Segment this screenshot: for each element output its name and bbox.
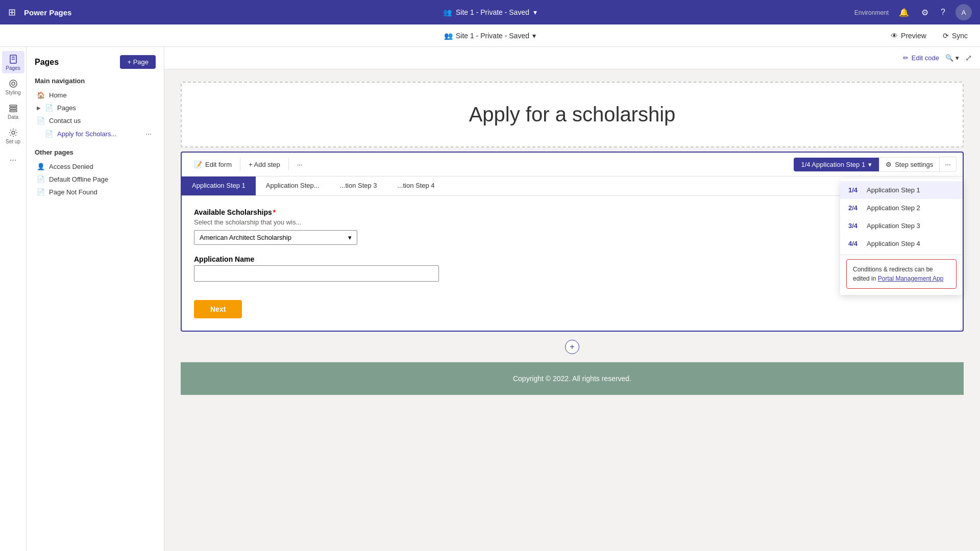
site-info-center: 👥 Site 1 - Private - Saved ▾ bbox=[443, 8, 537, 16]
top-nav-right: Environment 🔔 ⚙ ? A bbox=[854, 4, 972, 20]
application-name-input[interactable] bbox=[194, 265, 439, 282]
nav-item-access-denied[interactable]: 👤 Access Denied bbox=[35, 160, 156, 173]
add-page-button[interactable]: + Page bbox=[120, 55, 156, 69]
dropdown-divider bbox=[840, 255, 963, 255]
step-dropdown-button[interactable]: 1/4 Application Step 1 ▾ bbox=[794, 158, 879, 171]
field1-label: Available Scholarships* bbox=[194, 208, 950, 216]
step-4-label: Application Step 4 bbox=[867, 240, 920, 247]
step-tab-4[interactable]: ...tion Step 4 bbox=[387, 177, 445, 195]
sidebar-item-setup[interactable]: Set up bbox=[2, 124, 24, 147]
page-content: Apply for a scholarship 📝 Edit form + Ad… bbox=[164, 69, 980, 407]
nav-item-pages-label: Pages bbox=[57, 104, 76, 112]
step-dropdown-label: 1/4 Application Step 1 bbox=[801, 161, 865, 168]
add-section-row: + bbox=[181, 336, 964, 358]
step-1-num: 1/4 bbox=[848, 186, 861, 194]
step-tab-3[interactable]: ...tion Step 3 bbox=[330, 177, 387, 195]
preview-icon: 👁 bbox=[891, 32, 898, 40]
edit-code-button[interactable]: ✏ Edit code bbox=[903, 54, 939, 62]
offline-icon: 📄 bbox=[37, 176, 45, 183]
step-3-label: Application Step 3 bbox=[867, 222, 920, 230]
apply-icon: 📄 bbox=[45, 130, 53, 138]
nav-item-home[interactable]: 🏠 Home bbox=[35, 89, 156, 102]
form-section: 📝 Edit form + Add step ··· 1/4 Applicati… bbox=[181, 152, 964, 332]
sync-button[interactable]: ⟳ Sync bbox=[939, 30, 972, 42]
offline-label: Default Offline Page bbox=[49, 176, 108, 183]
apply-more-button[interactable]: ··· bbox=[143, 130, 154, 138]
page-main-title: Apply for a scholarship bbox=[202, 103, 942, 126]
nav-item-pages[interactable]: ▶ 📄 Pages bbox=[35, 102, 156, 114]
step-more-button[interactable]: ··· bbox=[940, 157, 957, 172]
footer-text: Copyright © 2022. All rights reserved. bbox=[513, 374, 631, 383]
step-3-num: 3/4 bbox=[848, 222, 861, 230]
add-step-button[interactable]: + Add step bbox=[242, 158, 286, 171]
step-tab-1[interactable]: Application Step 1 bbox=[182, 177, 256, 195]
select-chevron-icon: ▾ bbox=[348, 234, 352, 241]
nav-item-home-label: Home bbox=[49, 91, 67, 99]
waffle-icon[interactable]: ⊞ bbox=[8, 7, 16, 18]
pages-chevron-icon[interactable]: ▶ bbox=[37, 105, 41, 111]
step-dropdown-item-3[interactable]: 3/4 Application Step 3 bbox=[840, 217, 963, 235]
nav-item-contact[interactable]: 📄 Contact us bbox=[35, 114, 156, 127]
environment-label: Environment bbox=[854, 9, 889, 16]
sidebar-data-label: Data bbox=[8, 114, 18, 120]
canvas-area: ✏ Edit code 🔍 ▾ ⤢ Apply for a scholarshi… bbox=[164, 47, 980, 551]
add-section-button[interactable]: + bbox=[565, 340, 579, 354]
step-dropdown-item-1[interactable]: 1/4 Application Step 1 bbox=[840, 181, 963, 199]
edit-form-button[interactable]: 📝 Edit form bbox=[188, 158, 238, 171]
sidebar-item-styling[interactable]: Styling bbox=[2, 76, 24, 98]
zoom-control[interactable]: 🔍 ▾ bbox=[945, 54, 959, 62]
form-more-button[interactable]: ··· bbox=[291, 158, 309, 171]
step-settings-button[interactable]: ⚙ Step settings bbox=[879, 157, 940, 172]
page-icon: 📄 bbox=[45, 104, 53, 112]
dropdown-notice: Conditions & redirects can be edited in … bbox=[846, 259, 957, 289]
sidebar-item-data[interactable]: Data bbox=[2, 100, 24, 122]
site-info-dropdown-icon[interactable]: ▾ bbox=[532, 32, 536, 40]
site-icon: 👥 bbox=[443, 8, 452, 16]
expand-button[interactable]: ⤢ bbox=[965, 53, 972, 63]
sidebar-item-pages[interactable]: Pages bbox=[2, 51, 24, 73]
step-dropdown-item-4[interactable]: 4/4 Application Step 4 bbox=[840, 235, 963, 253]
access-denied-icon: 👤 bbox=[37, 163, 45, 170]
help-button[interactable]: ? bbox=[939, 6, 947, 19]
secondary-right: 👁 Preview ⟳ Sync bbox=[887, 30, 972, 42]
nav-item-contact-label: Contact us bbox=[49, 117, 81, 124]
required-star-1: * bbox=[273, 208, 276, 216]
next-button[interactable]: Next bbox=[194, 300, 242, 318]
page-footer: Copyright © 2022. All rights reserved. bbox=[181, 362, 964, 395]
svg-point-4 bbox=[12, 82, 15, 85]
canvas-toolbar: ✏ Edit code 🔍 ▾ ⤢ bbox=[164, 47, 980, 69]
zoom-dropdown-icon: ▾ bbox=[955, 54, 959, 62]
notification-bell-button[interactable]: 🔔 bbox=[897, 6, 911, 19]
pages-panel: Pages + Page Main navigation 🏠 Home ▶ 📄 … bbox=[27, 47, 164, 551]
pages-panel-header: Pages + Page bbox=[35, 55, 156, 69]
site-info-text: Site 1 - Private - Saved bbox=[456, 32, 529, 40]
home-icon: 🏠 bbox=[37, 91, 45, 99]
nav-item-apply[interactable]: 📄 Apply for Scholars... ··· bbox=[35, 127, 156, 140]
svg-point-8 bbox=[12, 131, 15, 134]
nav-item-not-found[interactable]: 📄 Page Not Found bbox=[35, 186, 156, 198]
settings-button[interactable]: ⚙ bbox=[919, 6, 930, 19]
preview-label: Preview bbox=[901, 32, 926, 40]
preview-button[interactable]: 👁 Preview bbox=[887, 30, 930, 42]
sidebar-more-button[interactable]: ··· bbox=[2, 149, 24, 171]
step-dropdown-item-2[interactable]: 2/4 Application Step 2 bbox=[840, 199, 963, 217]
avatar[interactable]: A bbox=[955, 4, 972, 20]
pages-panel-title: Pages bbox=[35, 58, 59, 67]
sidebar-pages-label: Pages bbox=[6, 65, 20, 71]
other-pages-title: Other pages bbox=[35, 148, 156, 156]
scholarship-select[interactable]: American Architect Scholarship ▾ bbox=[194, 230, 357, 245]
step-tab-2[interactable]: Application Step... bbox=[256, 177, 330, 195]
edit-code-icon: ✏ bbox=[903, 54, 909, 62]
site-info: 👥 Site 1 - Private - Saved ▾ bbox=[444, 32, 536, 40]
step-dropdown-overlay: 1/4 Application Step 1 2/4 Application S… bbox=[840, 179, 963, 295]
app-title: Power Pages bbox=[24, 8, 71, 17]
site-info-label: Site 1 - Private - Saved bbox=[456, 8, 529, 16]
site-dropdown-icon[interactable]: ▾ bbox=[533, 8, 537, 16]
secondary-toolbar: 👥 Site 1 - Private - Saved ▾ 👁 Preview ⟳… bbox=[0, 24, 980, 47]
edit-form-icon: 📝 bbox=[194, 161, 202, 168]
access-denied-label: Access Denied bbox=[49, 163, 93, 170]
nav-item-offline[interactable]: 📄 Default Offline Page bbox=[35, 173, 156, 186]
other-pages-section: Other pages 👤 Access Denied 📄 Default Of… bbox=[35, 148, 156, 198]
main-nav-title: Main navigation bbox=[35, 77, 156, 85]
portal-link[interactable]: Portal Management App bbox=[878, 275, 944, 282]
